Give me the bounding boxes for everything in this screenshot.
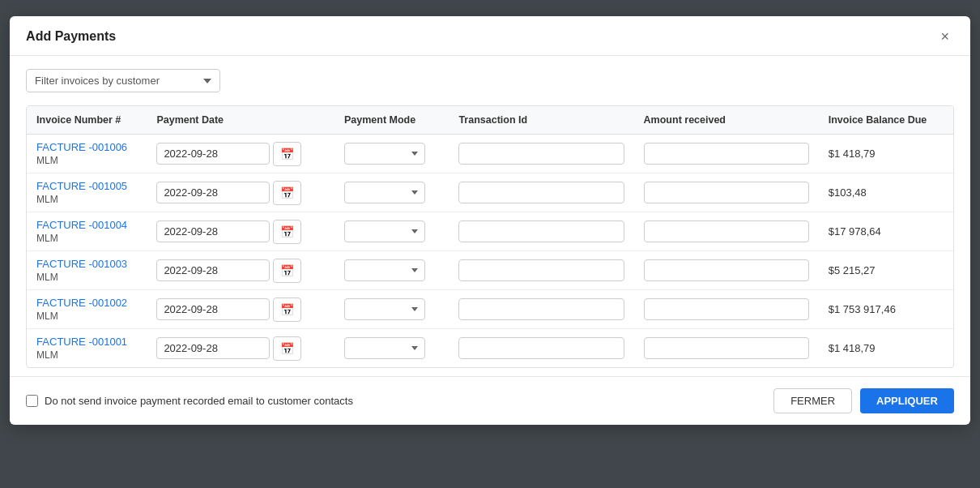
date-input[interactable] <box>156 337 270 359</box>
payment-mode-select[interactable] <box>344 298 425 320</box>
payment-mode-select[interactable] <box>344 337 425 359</box>
footer-buttons: FERMER APPLIQUER <box>773 388 954 413</box>
modal-title: Add Payments <box>26 29 116 44</box>
col-header-balance: Invoice Balance Due <box>819 106 953 135</box>
invoice-sub: MLM <box>36 194 137 205</box>
balance-value: $103,48 <box>829 186 867 199</box>
balance-value: $5 215,27 <box>829 264 876 276</box>
mode-cell <box>334 251 449 290</box>
payment-mode-select[interactable] <box>344 220 425 242</box>
amount-input[interactable] <box>644 143 809 165</box>
close-button[interactable]: × <box>935 28 954 45</box>
amount-input[interactable] <box>644 220 809 242</box>
amount-input[interactable] <box>644 337 809 359</box>
balance-cell: $1 418,79 <box>819 135 953 173</box>
transaction-input[interactable] <box>458 143 624 165</box>
transaction-input[interactable] <box>458 220 624 242</box>
calendar-button[interactable]: 📅 <box>273 259 301 283</box>
payment-mode-select[interactable] <box>344 259 425 281</box>
calendar-button[interactable]: 📅 <box>273 181 301 205</box>
col-header-invoice: Invoice Number # <box>27 106 147 135</box>
modal-body: Filter invoices by customer Invoice Numb… <box>10 56 970 376</box>
date-cell: 📅 <box>147 212 334 251</box>
transaction-cell <box>449 135 633 173</box>
date-input[interactable] <box>156 143 270 165</box>
transaction-cell <box>449 173 633 212</box>
amount-input[interactable] <box>644 259 809 281</box>
transaction-input[interactable] <box>458 259 624 281</box>
invoice-sub: MLM <box>36 272 137 283</box>
amount-cell <box>634 212 819 251</box>
invoice-sub: MLM <box>36 349 137 361</box>
transaction-cell <box>449 329 633 368</box>
invoice-link[interactable]: FACTURE -001005 <box>36 180 137 192</box>
amount-cell <box>634 173 819 212</box>
col-header-mode: Payment Mode <box>334 106 449 135</box>
transaction-input[interactable] <box>458 298 624 320</box>
invoices-table: Invoice Number # Payment Date Payment Mo… <box>27 106 953 367</box>
no-email-label: Do not send invoice payment recorded ema… <box>45 395 353 407</box>
mode-cell <box>334 173 449 212</box>
amount-cell <box>634 290 819 329</box>
amount-cell <box>634 329 819 368</box>
cancel-button[interactable]: FERMER <box>773 388 852 413</box>
invoice-link[interactable]: FACTURE -001004 <box>36 219 137 231</box>
apply-button[interactable]: APPLIQUER <box>860 388 954 413</box>
add-payments-modal: Add Payments × Filter invoices by custom… <box>10 16 970 425</box>
calendar-button[interactable]: 📅 <box>273 336 301 361</box>
balance-value: $1 753 917,46 <box>829 303 896 315</box>
invoice-cell: FACTURE -001004 MLM <box>27 212 147 251</box>
mode-cell <box>334 135 449 173</box>
transaction-cell <box>449 290 633 329</box>
modal-footer: Do not send invoice payment recorded ema… <box>10 376 970 425</box>
no-email-checkbox[interactable] <box>26 395 38 407</box>
transaction-input[interactable] <box>458 182 624 203</box>
invoices-table-wrapper: Invoice Number # Payment Date Payment Mo… <box>26 105 954 368</box>
balance-cell: $5 215,27 <box>819 251 953 290</box>
balance-value: $1 418,79 <box>829 148 876 160</box>
table-row: FACTURE -001003 MLM 📅 $5 21 <box>27 251 953 290</box>
filter-row: Filter invoices by customer <box>26 69 954 92</box>
date-input[interactable] <box>156 259 270 281</box>
table-body: FACTURE -001006 MLM 📅 $1 41 <box>27 135 953 368</box>
calendar-button[interactable]: 📅 <box>273 298 301 322</box>
invoice-link[interactable]: FACTURE -001003 <box>36 258 137 270</box>
date-input[interactable] <box>156 220 270 242</box>
invoice-cell: FACTURE -001005 MLM <box>27 173 147 212</box>
date-cell: 📅 <box>147 290 334 329</box>
invoice-link[interactable]: FACTURE -001002 <box>36 297 137 309</box>
balance-cell: $1 753 917,46 <box>819 290 953 329</box>
table-row: FACTURE -001004 MLM 📅 $17 9 <box>27 212 953 251</box>
table-row: FACTURE -001006 MLM 📅 $1 41 <box>27 135 953 173</box>
invoice-sub: MLM <box>36 155 137 166</box>
balance-cell: $1 418,79 <box>819 329 953 368</box>
amount-input[interactable] <box>644 298 809 320</box>
invoice-sub: MLM <box>36 233 137 244</box>
date-input[interactable] <box>156 182 270 203</box>
filter-invoices-select[interactable]: Filter invoices by customer <box>26 69 220 92</box>
invoice-cell: FACTURE -001001 MLM <box>27 329 147 368</box>
invoice-cell: FACTURE -001003 MLM <box>27 251 147 290</box>
invoice-cell: FACTURE -001002 MLM <box>27 290 147 329</box>
col-header-transaction: Transaction Id <box>449 106 633 135</box>
no-email-checkbox-label[interactable]: Do not send invoice payment recorded ema… <box>26 395 353 407</box>
mode-cell <box>334 329 449 368</box>
calendar-button[interactable]: 📅 <box>273 220 301 244</box>
col-header-date: Payment Date <box>147 106 334 135</box>
modal-header: Add Payments × <box>10 16 970 56</box>
invoice-link[interactable]: FACTURE -001001 <box>36 336 137 348</box>
table-row: FACTURE -001001 MLM 📅 $1 41 <box>27 329 953 368</box>
amount-input[interactable] <box>644 182 809 203</box>
balance-value: $1 418,79 <box>829 342 876 354</box>
payment-mode-select[interactable] <box>344 182 425 203</box>
invoice-link[interactable]: FACTURE -001006 <box>36 141 137 153</box>
calendar-button[interactable]: 📅 <box>273 142 301 166</box>
balance-cell: $103,48 <box>819 173 953 212</box>
amount-cell <box>634 251 819 290</box>
date-input[interactable] <box>156 298 270 320</box>
transaction-input[interactable] <box>458 337 624 359</box>
amount-cell <box>634 135 819 173</box>
mode-cell <box>334 290 449 329</box>
table-row: FACTURE -001002 MLM 📅 $1 75 <box>27 290 953 329</box>
payment-mode-select[interactable] <box>344 143 425 165</box>
